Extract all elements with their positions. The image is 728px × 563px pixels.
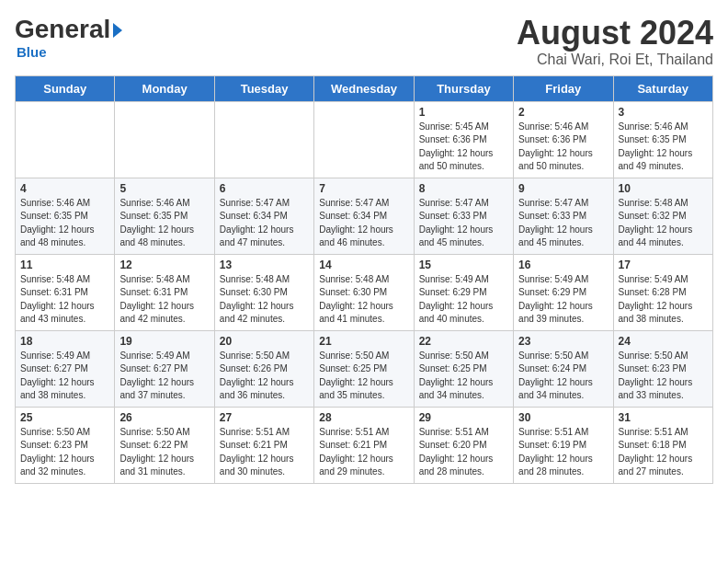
header-cell-wednesday: Wednesday (314, 75, 414, 101)
day-info: Sunrise: 5:49 AM Sunset: 6:28 PM Dayligh… (619, 273, 708, 327)
day-info: Sunrise: 5:50 AM Sunset: 6:22 PM Dayligh… (119, 426, 209, 479)
week-row-4: 18Sunrise: 5:49 AM Sunset: 6:27 PM Dayli… (16, 330, 713, 407)
calendar-cell: 1Sunrise: 5:45 AM Sunset: 6:36 PM Daylig… (414, 101, 513, 178)
day-info: Sunrise: 5:46 AM Sunset: 6:35 PM Dayligh… (119, 197, 209, 250)
day-info: Sunrise: 5:50 AM Sunset: 6:23 PM Dayligh… (20, 426, 109, 479)
calendar-cell: 25Sunrise: 5:50 AM Sunset: 6:23 PM Dayli… (16, 407, 115, 483)
calendar-cell: 2Sunrise: 5:46 AM Sunset: 6:36 PM Daylig… (514, 101, 613, 178)
calendar-cell: 28Sunrise: 5:51 AM Sunset: 6:21 PM Dayli… (314, 407, 414, 483)
calendar-subtitle: Chai Wari, Roi Et, Thailand (517, 52, 713, 68)
day-info: Sunrise: 5:51 AM Sunset: 6:21 PM Dayligh… (220, 426, 309, 479)
day-number: 20 (220, 335, 309, 348)
day-number: 13 (220, 259, 309, 271)
day-number: 5 (119, 182, 209, 195)
day-number: 15 (419, 259, 508, 271)
day-number: 10 (619, 182, 708, 195)
calendar-cell (115, 101, 214, 178)
day-info: Sunrise: 5:48 AM Sunset: 6:32 PM Dayligh… (619, 197, 708, 250)
day-number: 29 (419, 411, 508, 424)
calendar-cell: 26Sunrise: 5:50 AM Sunset: 6:22 PM Dayli… (115, 407, 214, 483)
day-info: Sunrise: 5:48 AM Sunset: 6:30 PM Dayligh… (319, 273, 408, 327)
day-info: Sunrise: 5:48 AM Sunset: 6:30 PM Dayligh… (220, 273, 309, 327)
calendar-cell: 12Sunrise: 5:48 AM Sunset: 6:31 PM Dayli… (115, 254, 214, 330)
day-info: Sunrise: 5:50 AM Sunset: 6:26 PM Dayligh… (220, 350, 309, 403)
calendar-cell: 27Sunrise: 5:51 AM Sunset: 6:21 PM Dayli… (214, 407, 313, 483)
day-info: Sunrise: 5:46 AM Sunset: 6:36 PM Dayligh… (518, 121, 608, 174)
header-cell-friday: Friday (514, 75, 613, 101)
day-info: Sunrise: 5:49 AM Sunset: 6:27 PM Dayligh… (119, 350, 209, 403)
day-info: Sunrise: 5:48 AM Sunset: 6:31 PM Dayligh… (20, 273, 109, 327)
calendar-cell: 20Sunrise: 5:50 AM Sunset: 6:26 PM Dayli… (214, 330, 313, 407)
day-number: 14 (319, 259, 408, 271)
calendar-cell: 23Sunrise: 5:50 AM Sunset: 6:24 PM Dayli… (514, 330, 613, 407)
day-number: 4 (20, 182, 109, 195)
header-row: SundayMondayTuesdayWednesdayThursdayFrid… (16, 75, 713, 101)
week-row-3: 11Sunrise: 5:48 AM Sunset: 6:31 PM Dayli… (16, 254, 713, 330)
day-info: Sunrise: 5:47 AM Sunset: 6:33 PM Dayligh… (518, 197, 608, 250)
week-row-5: 25Sunrise: 5:50 AM Sunset: 6:23 PM Dayli… (16, 407, 713, 483)
calendar-cell: 7Sunrise: 5:47 AM Sunset: 6:34 PM Daylig… (314, 178, 414, 254)
day-info: Sunrise: 5:49 AM Sunset: 6:27 PM Dayligh… (20, 350, 109, 403)
calendar-cell: 15Sunrise: 5:49 AM Sunset: 6:29 PM Dayli… (414, 254, 513, 330)
calendar-cell: 21Sunrise: 5:50 AM Sunset: 6:25 PM Dayli… (314, 330, 414, 407)
day-number: 18 (20, 335, 109, 348)
calendar-cell: 3Sunrise: 5:46 AM Sunset: 6:35 PM Daylig… (613, 101, 712, 178)
calendar-cell: 6Sunrise: 5:47 AM Sunset: 6:34 PM Daylig… (214, 178, 313, 254)
day-number: 28 (319, 411, 408, 424)
day-number: 7 (319, 182, 408, 195)
day-number: 26 (119, 411, 209, 424)
day-info: Sunrise: 5:50 AM Sunset: 6:24 PM Dayligh… (518, 350, 608, 403)
calendar-cell: 16Sunrise: 5:49 AM Sunset: 6:29 PM Dayli… (514, 254, 613, 330)
calendar-cell: 11Sunrise: 5:48 AM Sunset: 6:31 PM Dayli… (16, 254, 115, 330)
calendar-title-block: August 2024 Chai Wari, Roi Et, Thailand (517, 15, 713, 68)
day-number: 31 (619, 411, 708, 424)
day-number: 22 (419, 335, 508, 348)
calendar-cell: 13Sunrise: 5:48 AM Sunset: 6:30 PM Dayli… (214, 254, 313, 330)
logo-general-text: General (15, 15, 110, 44)
week-row-2: 4Sunrise: 5:46 AM Sunset: 6:35 PM Daylig… (16, 178, 713, 254)
day-number: 11 (20, 259, 109, 271)
calendar-cell: 22Sunrise: 5:50 AM Sunset: 6:25 PM Dayli… (414, 330, 513, 407)
header-cell-monday: Monday (115, 75, 214, 101)
day-info: Sunrise: 5:47 AM Sunset: 6:33 PM Dayligh… (419, 197, 508, 250)
calendar-cell: 24Sunrise: 5:50 AM Sunset: 6:23 PM Dayli… (613, 330, 712, 407)
day-number: 3 (619, 106, 708, 119)
day-number: 12 (119, 259, 209, 271)
calendar-cell: 19Sunrise: 5:49 AM Sunset: 6:27 PM Dayli… (115, 330, 214, 407)
calendar-cell (214, 101, 313, 178)
calendar-cell: 29Sunrise: 5:51 AM Sunset: 6:20 PM Dayli… (414, 407, 513, 483)
day-info: Sunrise: 5:49 AM Sunset: 6:29 PM Dayligh… (419, 273, 508, 327)
day-number: 30 (518, 411, 608, 424)
day-info: Sunrise: 5:50 AM Sunset: 6:25 PM Dayligh… (319, 350, 408, 403)
calendar-table: SundayMondayTuesdayWednesdayThursdayFrid… (15, 75, 713, 484)
calendar-cell (16, 101, 115, 178)
calendar-header: SundayMondayTuesdayWednesdayThursdayFrid… (16, 75, 713, 101)
week-row-1: 1Sunrise: 5:45 AM Sunset: 6:36 PM Daylig… (16, 101, 713, 178)
day-number: 17 (619, 259, 708, 271)
calendar-cell (314, 101, 414, 178)
calendar-body: 1Sunrise: 5:45 AM Sunset: 6:36 PM Daylig… (16, 101, 713, 483)
day-info: Sunrise: 5:46 AM Sunset: 6:35 PM Dayligh… (20, 197, 109, 250)
day-info: Sunrise: 5:49 AM Sunset: 6:29 PM Dayligh… (518, 273, 608, 327)
calendar-cell: 18Sunrise: 5:49 AM Sunset: 6:27 PM Dayli… (16, 330, 115, 407)
calendar-cell: 10Sunrise: 5:48 AM Sunset: 6:32 PM Dayli… (613, 178, 712, 254)
day-number: 24 (619, 335, 708, 348)
header-cell-thursday: Thursday (414, 75, 513, 101)
day-info: Sunrise: 5:46 AM Sunset: 6:35 PM Dayligh… (619, 121, 708, 174)
header-cell-tuesday: Tuesday (214, 75, 313, 101)
day-info: Sunrise: 5:50 AM Sunset: 6:23 PM Dayligh… (619, 350, 708, 403)
day-info: Sunrise: 5:48 AM Sunset: 6:31 PM Dayligh… (119, 273, 209, 327)
calendar-cell: 8Sunrise: 5:47 AM Sunset: 6:33 PM Daylig… (414, 178, 513, 254)
day-info: Sunrise: 5:50 AM Sunset: 6:25 PM Dayligh… (419, 350, 508, 403)
calendar-cell: 14Sunrise: 5:48 AM Sunset: 6:30 PM Dayli… (314, 254, 414, 330)
day-number: 21 (319, 335, 408, 348)
day-info: Sunrise: 5:47 AM Sunset: 6:34 PM Dayligh… (220, 197, 309, 250)
day-number: 9 (518, 182, 608, 195)
calendar-cell: 9Sunrise: 5:47 AM Sunset: 6:33 PM Daylig… (514, 178, 613, 254)
day-number: 25 (20, 411, 109, 424)
calendar-title: August 2024 (517, 15, 713, 52)
day-info: Sunrise: 5:51 AM Sunset: 6:20 PM Dayligh… (419, 426, 508, 479)
day-info: Sunrise: 5:51 AM Sunset: 6:19 PM Dayligh… (518, 426, 608, 479)
header-cell-saturday: Saturday (613, 75, 712, 101)
day-number: 16 (518, 259, 608, 271)
